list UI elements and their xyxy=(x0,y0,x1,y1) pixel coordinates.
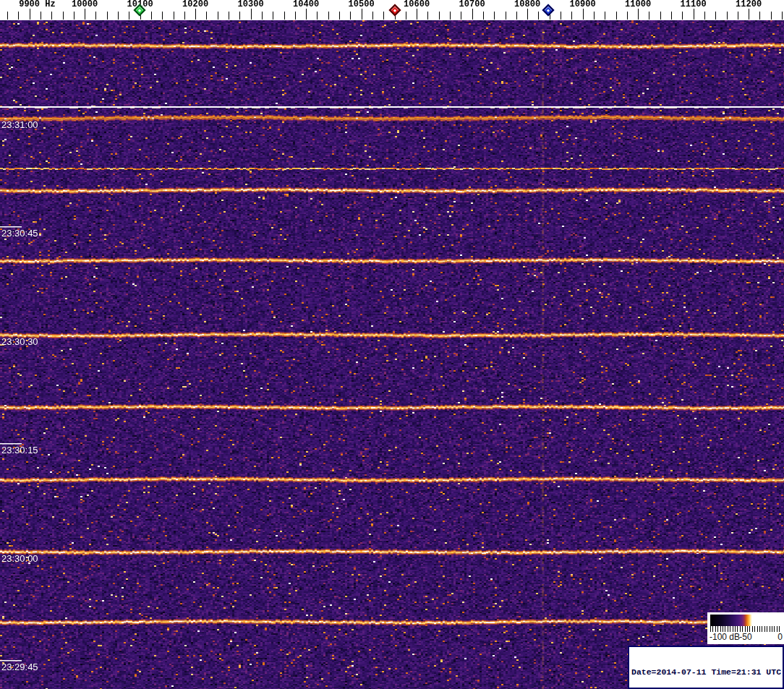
spectrogram-display[interactable] xyxy=(0,20,784,689)
time-label: 23:30:00 xyxy=(1,553,38,564)
freq-label: 10700 xyxy=(459,0,485,9)
freq-label: 10500 xyxy=(349,0,375,9)
time-label: 23:30:45 xyxy=(1,228,38,239)
freq-label: 10200 xyxy=(182,0,208,9)
freq-label: 10400 xyxy=(293,0,319,9)
db-max-label: 0 xyxy=(777,632,783,642)
time-label: 23:30:30 xyxy=(1,336,38,347)
db-color-scale: -100 dB -50 0 xyxy=(707,612,784,644)
marker-center-dot xyxy=(393,9,396,12)
frequency-axis: 9900 Hz100001010010200103001040010500106… xyxy=(0,0,784,20)
observation-info-box: Date=2014-07-11 Time=21:31 UTC Freq=143 … xyxy=(628,646,784,689)
waterfall-area: 23:31:0023:30:4523:30:3023:30:1523:30:00… xyxy=(0,20,784,689)
freq-label: 11200 xyxy=(736,0,762,9)
freq-label: 11000 xyxy=(625,0,651,9)
freq-label: 11100 xyxy=(681,0,707,9)
freq-label: 10600 xyxy=(404,0,430,9)
color-gradient-bar xyxy=(710,615,781,626)
marker-center-dot xyxy=(547,9,550,12)
time-label: 23:31:00 xyxy=(1,119,38,130)
freq-label: 9900 Hz xyxy=(19,0,55,9)
freq-label: 10800 xyxy=(514,0,540,9)
freq-label: 10300 xyxy=(238,0,264,9)
freq-label: 10000 xyxy=(72,0,98,9)
db-mid-label: -50 xyxy=(739,632,751,642)
color-scale-ticks xyxy=(710,626,781,632)
color-scale-labels: -100 dB -50 0 xyxy=(707,632,784,643)
freq-label: 10900 xyxy=(570,0,596,9)
marker-center-dot xyxy=(138,9,141,12)
time-label: 23:29:45 xyxy=(1,662,38,672)
spectrogram-window: 9900 Hz100001010010200103001040010500106… xyxy=(0,0,784,689)
info-date-time: Date=2014-07-11 Time=21:31 UTC xyxy=(631,667,780,677)
db-min-label: -100 dB xyxy=(710,632,740,642)
time-label: 23:30:15 xyxy=(1,445,38,455)
